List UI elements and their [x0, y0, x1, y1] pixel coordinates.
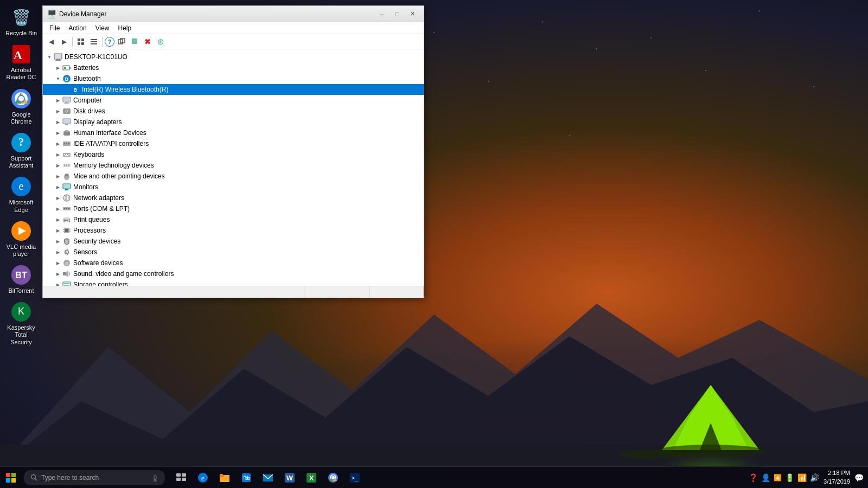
bittorrent-label: BitTorrent [8, 287, 34, 294]
tree-item-bluetooth-intel[interactable]: BIntel(R) Wireless Bluetooth(R) [43, 84, 424, 95]
taskbar-word[interactable]: W [280, 467, 299, 489]
desktop-icon-chrome[interactable]: Google Chrome [2, 86, 41, 127]
tree-label-network-adapters: Network adapters [73, 194, 124, 202]
window-titlebar[interactable]: 🖥️ Device Manager — □ ✕ [43, 6, 424, 22]
toolbar-help-button[interactable]: ? [105, 37, 114, 47]
tree-item-software-devices[interactable]: ▶SSoftware devices [43, 258, 424, 268]
toolbar-forward-button[interactable]: ▶ [58, 36, 70, 48]
taskbar-search[interactable]: Type here to search [24, 470, 165, 485]
tree-expander-bluetooth: ▼ [54, 73, 62, 84]
desktop-icon-kaspersky[interactable]: K Kaspersky Total Security [2, 299, 41, 348]
svg-rect-68 [65, 155, 68, 156]
toolbar-uninstall-button[interactable]: ✖ [142, 36, 154, 48]
svg-rect-28 [78, 42, 80, 45]
svg-text:BT: BT [15, 271, 27, 280]
tree-item-print-queues[interactable]: ▶Print queues [43, 214, 424, 225]
svg-rect-85 [66, 208, 67, 209]
question-icon[interactable]: ❓ [749, 473, 758, 482]
tree-expander-keyboards: ▶ [54, 149, 62, 160]
desktop-icon-hp-support[interactable]: ? Support Assistant [2, 130, 41, 171]
svg-rect-75 [67, 174, 68, 176]
notification-icons: ❓ 👤 🔼 🔋 📶 🔊 [749, 473, 819, 482]
tree-expander-memory-tech: ▶ [54, 160, 62, 171]
tree-item-memory-tech[interactable]: ▶Memory technology devices [43, 160, 424, 171]
toolbar-properties-button[interactable] [116, 36, 127, 48]
tree-item-bluetooth[interactable]: ▼BBluetooth [43, 73, 424, 84]
svg-rect-39 [56, 59, 60, 60]
tree-expander-root: ▼ [45, 52, 54, 62]
tree-item-security-devices[interactable]: ▶Security devices [43, 236, 424, 247]
svg-rect-116 [6, 478, 10, 483]
taskbar-chrome-tb[interactable] [323, 467, 343, 489]
tree-item-computer[interactable]: ▶Computer [43, 95, 424, 106]
taskbar-excel[interactable]: X [302, 467, 321, 489]
toolbar-view2-button[interactable] [88, 36, 100, 48]
svg-text:K: K [18, 306, 24, 317]
device-manager-window: 🖥️ Device Manager — □ ✕ File Action View… [42, 5, 424, 298]
tree-item-mice[interactable]: ▶Mice and other pointing devices [43, 171, 424, 182]
device-tree[interactable]: ▼DESKTOP-K1C01UO▶Batteries▼BBluetoothBIn… [43, 49, 424, 286]
menu-help[interactable]: Help [114, 23, 136, 33]
menu-action[interactable]: Action [64, 23, 91, 33]
tree-item-network-adapters[interactable]: ▶Network adapters [43, 192, 424, 203]
tree-label-memory-tech: Memory technology devices [73, 162, 154, 169]
taskbar-edge[interactable]: e [193, 467, 213, 489]
tree-expander-processors: ▶ [54, 225, 62, 236]
tree-item-keyboards[interactable]: ▶Keyboards [43, 149, 424, 160]
svg-text:e: e [201, 474, 205, 482]
tree-item-sensors[interactable]: ▶Sensors [43, 247, 424, 258]
taskbar-task-view[interactable] [171, 467, 191, 489]
edge-label: Microsoft Edge [4, 199, 39, 213]
tree-item-root[interactable]: ▼DESKTOP-K1C01UO [43, 52, 424, 62]
desktop-icon-vlc[interactable]: VLC media player [2, 218, 41, 260]
toolbar: ◀ ▶ ? ↑ ✖ ⊕ [43, 34, 424, 49]
menu-view[interactable]: View [91, 23, 114, 33]
caret-up-icon[interactable]: 🔼 [774, 474, 782, 481]
taskbar-mail[interactable] [258, 467, 278, 489]
volume-icon[interactable]: 🔊 [810, 473, 819, 482]
tree-expander-software-devices: ▶ [54, 258, 62, 268]
desktop-icon-edge[interactable]: e Microsoft Edge [2, 174, 41, 215]
tree-item-sound-video[interactable]: ▶Sound, video and game controllers [43, 268, 424, 279]
tree-item-human-interface[interactable]: ▶Human Interface Devices [43, 127, 424, 138]
taskbar-right: ❓ 👤 🔼 🔋 📶 🔊 2:18 PM 3/17/2019 💬 [749, 469, 868, 486]
tree-item-processors[interactable]: ▶Processors [43, 225, 424, 236]
minimize-button[interactable]: — [375, 9, 389, 20]
tree-item-batteries[interactable]: ▶Batteries [43, 62, 424, 73]
tree-label-keyboards: Keyboards [73, 151, 104, 158]
tree-label-bluetooth: Bluetooth [73, 75, 101, 82]
taskbar-store[interactable]: 🛍 [237, 467, 256, 489]
desktop-icon-recycle-bin[interactable]: 🗑️ Recycle Bin [2, 4, 41, 39]
toolbar-update-button[interactable]: ↑ [129, 36, 141, 48]
toolbar-back-button[interactable]: ◀ [45, 36, 57, 48]
wifi-icon: 📶 [797, 473, 807, 482]
action-center-icon[interactable]: 💬 [854, 473, 864, 482]
tree-item-ide-ata[interactable]: ▶IDE ATA/ATAPI controllers [43, 138, 424, 149]
tree-expander-print-queues: ▶ [54, 214, 62, 225]
tree-item-ports[interactable]: ▶Ports (COM & LPT) [43, 203, 424, 214]
taskbar-explorer[interactable] [215, 467, 234, 489]
close-button[interactable]: ✕ [405, 9, 419, 20]
desktop-icon-acrobat[interactable]: A Acrobat Reader DC [2, 41, 41, 83]
start-button[interactable] [0, 467, 22, 489]
menu-file[interactable]: File [45, 23, 64, 33]
tree-item-monitors[interactable]: ▶Monitors [43, 182, 424, 192]
tree-item-storage-controllers[interactable]: ▶Storage controllers [43, 279, 424, 286]
search-placeholder: Type here to search [41, 474, 99, 481]
toolbar-scan-button[interactable]: ⊕ [155, 36, 167, 48]
chrome-label: Google Chrome [4, 111, 39, 125]
desktop-icon-bittorrent[interactable]: BT BitTorrent [2, 262, 41, 297]
system-clock[interactable]: 2:18 PM 3/17/2019 [824, 469, 850, 486]
tree-icon-bluetooth: B [62, 74, 71, 83]
maximize-button[interactable]: □ [390, 9, 404, 20]
people-icon[interactable]: 👤 [761, 473, 770, 482]
tree-label-monitors: Monitors [73, 183, 98, 191]
svg-rect-59 [65, 130, 68, 132]
tree-icon-root [54, 53, 62, 61]
toolbar-view1-button[interactable] [75, 36, 87, 48]
tree-item-display-adapters[interactable]: ▶Display adapters [43, 117, 424, 127]
clock-date: 3/17/2019 [824, 478, 850, 486]
tree-item-disk-drives[interactable]: ▶Disk drives [43, 106, 424, 117]
svg-rect-79 [64, 190, 69, 190]
taskbar-powershell[interactable]: >_ [345, 467, 365, 489]
